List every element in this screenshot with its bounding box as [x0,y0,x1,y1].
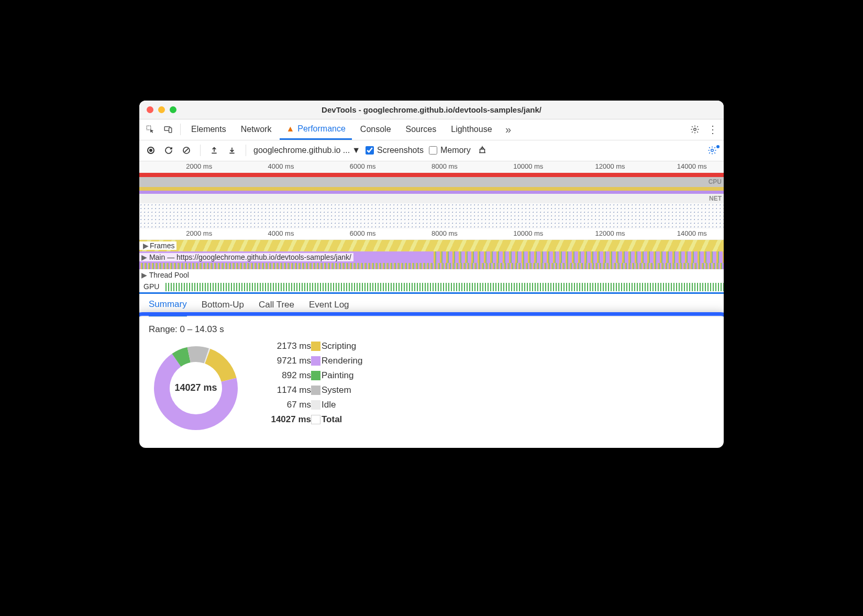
gpu-track[interactable]: GPU [139,281,724,292]
svg-rect-2 [169,128,172,133]
tab-performance-label: Performance [297,124,346,134]
download-icon[interactable] [226,144,238,157]
tab-network[interactable]: Network [235,119,278,140]
legend-label: System [322,385,384,395]
legend-ms: 2173 ms [264,341,311,351]
legend-label: Idle [322,400,384,410]
ruler-tick: 6000 ms [350,229,376,237]
ruler-tick: 14000 ms [677,162,707,170]
recording-selector[interactable]: googlechrome.github.io ... ▼ [253,146,360,155]
legend-swatch [311,415,320,424]
main-track-label: Main — https://googlechrome.github.io/de… [149,253,351,261]
legend-swatch [311,400,320,410]
frames-track-label: Frames [150,241,174,250]
window-titlebar: DevTools - googlechrome.github.io/devtoo… [139,101,724,119]
overview-ruler[interactable]: 2000 ms 4000 ms 6000 ms 8000 ms 10000 ms… [139,161,724,173]
memory-checkbox[interactable]: Memory [429,146,471,155]
ruler-tick: 8000 ms [432,162,458,170]
device-toolbar-icon[interactable] [160,122,176,137]
window-title: DevTools - googlechrome.github.io/devtoo… [139,105,724,114]
fps-bar [139,173,724,177]
legend-label: Total [322,414,384,425]
cpu-chart: CPU [139,177,724,194]
timeline-overview[interactable]: 2000 ms 4000 ms 6000 ms 8000 ms 10000 ms… [139,161,724,240]
ruler-tick: 4000 ms [268,229,294,237]
screenshots-checkbox[interactable]: Screenshots [366,146,424,155]
svg-point-3 [694,128,696,131]
legend-swatch [311,386,320,395]
ruler-tick: 10000 ms [513,162,543,170]
separator [246,145,246,156]
svg-rect-0 [147,126,151,130]
legend-ms: 67 ms [264,400,311,410]
legend-label: Painting [322,370,384,381]
dropdown-chevron-icon: ▼ [352,146,360,155]
panel-tabs: Elements Network ▲ Performance Console S… [139,119,724,140]
devtools-window: DevTools - googlechrome.github.io/devtoo… [139,101,724,448]
thread-pool-label: Thread Pool [149,271,189,279]
main-thread-detail[interactable] [139,263,724,269]
ruler-tick: 4000 ms [268,162,294,170]
svg-line-7 [185,149,189,152]
frames-track[interactable]: ▶ Frames [139,240,724,251]
legend-ms: 9721 ms [264,356,311,366]
legend-swatch [311,342,320,351]
legend-swatch [311,356,320,366]
main-thread-track[interactable]: ▶ Main — https://googlechrome.github.io/… [139,251,724,263]
screenshots-label: Screenshots [377,146,424,155]
separator [180,124,181,135]
ruler-tick: 6000 ms [350,162,376,170]
record-button[interactable] [145,144,157,157]
ruler-tick: 10000 ms [513,229,543,237]
net-chart: NET [139,194,724,203]
settings-badge-dot [716,145,720,148]
tab-lighthouse[interactable]: Lighthouse [445,119,498,140]
tab-bottom-up[interactable]: Bottom-Up [202,294,244,316]
memory-label: Memory [440,146,471,155]
inspect-element-icon[interactable] [142,122,158,137]
net-label: NET [709,195,722,202]
flame-chart[interactable]: ▶ Frames ▶ Main — https://googlechrome.g… [139,240,724,292]
screenshot-strip[interactable] [139,203,724,228]
details-tabs: Summary Bottom-Up Call Tree Event Log [139,294,724,317]
expand-chevron-icon[interactable]: ▶ [141,271,147,279]
range-label: Range: 0 – 14.03 s [149,324,714,335]
gpu-track-label: GPU [143,282,159,291]
svg-point-8 [711,149,714,152]
tab-event-log[interactable]: Event Log [309,294,349,316]
tab-elements[interactable]: Elements [185,119,233,140]
settings-gear-icon[interactable] [687,122,703,137]
summary-legend: 2173 msScripting9721 msRendering892 msPa… [264,341,384,425]
reload-button[interactable] [162,144,175,157]
more-tabs-icon[interactable]: » [501,122,516,137]
expand-chevron-icon[interactable]: ▶ [141,241,150,250]
garbage-collect-icon[interactable] [476,144,489,157]
donut-center-label: 14027 ms [149,341,243,435]
warning-icon: ▲ [286,124,294,134]
cpu-label: CPU [709,178,722,185]
capture-settings-icon[interactable] [706,144,718,157]
legend-ms: 1174 ms [264,385,311,395]
tab-console[interactable]: Console [354,119,397,140]
ruler-tick: 14000 ms [677,229,707,237]
tab-summary[interactable]: Summary [149,294,187,316]
thread-pool-track[interactable]: ▶ Thread Pool [139,269,724,281]
kebab-menu-icon[interactable]: ⋮ [705,122,721,137]
upload-icon[interactable] [208,144,220,157]
clear-button[interactable] [180,144,193,157]
ruler-tick: 2000 ms [186,229,212,237]
legend-ms: 14027 ms [264,414,311,425]
memory-checkbox-input[interactable] [429,146,437,155]
tab-sources[interactable]: Sources [400,119,443,140]
legend-ms: 892 ms [264,370,311,381]
recording-selector-label: googlechrome.github.io ... [253,146,350,155]
flame-ruler[interactable]: 2000 ms 4000 ms 6000 ms 8000 ms 10000 ms… [139,228,724,240]
expand-chevron-icon[interactable]: ▶ [141,253,147,261]
tab-call-tree[interactable]: Call Tree [259,294,294,316]
ruler-tick: 8000 ms [432,229,458,237]
ruler-tick: 2000 ms [186,162,212,170]
separator [200,145,201,156]
tab-performance[interactable]: ▲ Performance [280,119,351,140]
ruler-tick: 12000 ms [595,162,625,170]
screenshots-checkbox-input[interactable] [366,146,374,155]
